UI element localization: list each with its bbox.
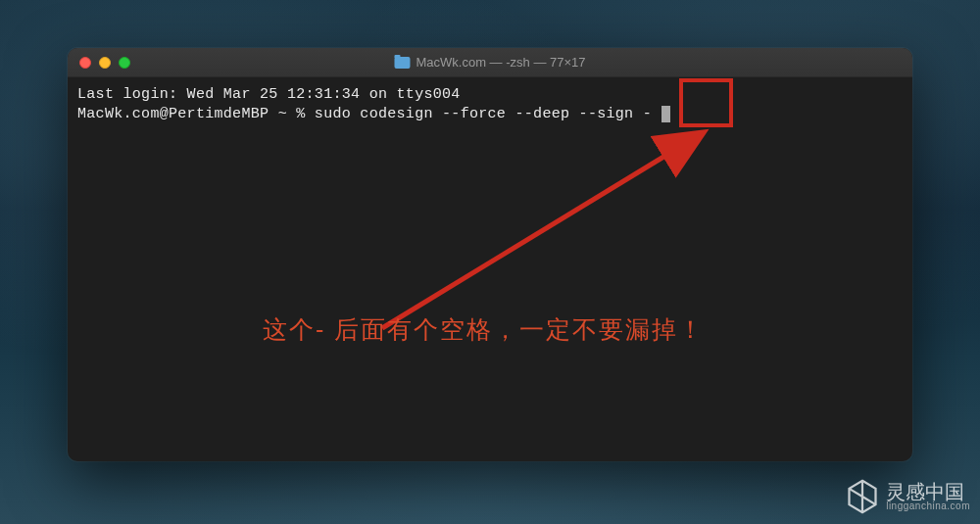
- command-line: MacWk.com@PertimdeMBP ~ % sudo codesign …: [77, 105, 903, 124]
- watermark: 灵感中国 lingganchina.com: [845, 479, 970, 514]
- watermark-logo-icon: [845, 479, 880, 514]
- terminal-body[interactable]: Last login: Wed Mar 25 12:31:34 on ttys0…: [68, 77, 912, 133]
- watermark-main-text: 灵感中国: [886, 482, 970, 501]
- close-button[interactable]: [79, 57, 91, 69]
- command-text: sudo codesign --force --deep --sign -: [315, 106, 661, 122]
- maximize-button[interactable]: [119, 57, 130, 69]
- annotation-text: 这个- 后面有个空格，一定不要漏掉！: [263, 313, 705, 346]
- traffic-lights: [68, 57, 130, 69]
- title-text: MacWk.com — -zsh — 77×17: [416, 55, 585, 70]
- watermark-sub-text: lingganchina.com: [886, 501, 970, 511]
- cursor: [662, 106, 670, 122]
- minimize-button[interactable]: [99, 57, 111, 69]
- last-login-line: Last login: Wed Mar 25 12:31:34 on ttys0…: [77, 85, 903, 105]
- shell-prompt: MacWk.com@PertimdeMBP ~ %: [77, 106, 315, 122]
- titlebar[interactable]: MacWk.com — -zsh — 77×17: [68, 48, 912, 77]
- window-title: MacWk.com — -zsh — 77×17: [394, 55, 585, 70]
- terminal-window: MacWk.com — -zsh — 77×17 Last login: Wed…: [68, 48, 912, 461]
- folder-icon: [394, 57, 410, 69]
